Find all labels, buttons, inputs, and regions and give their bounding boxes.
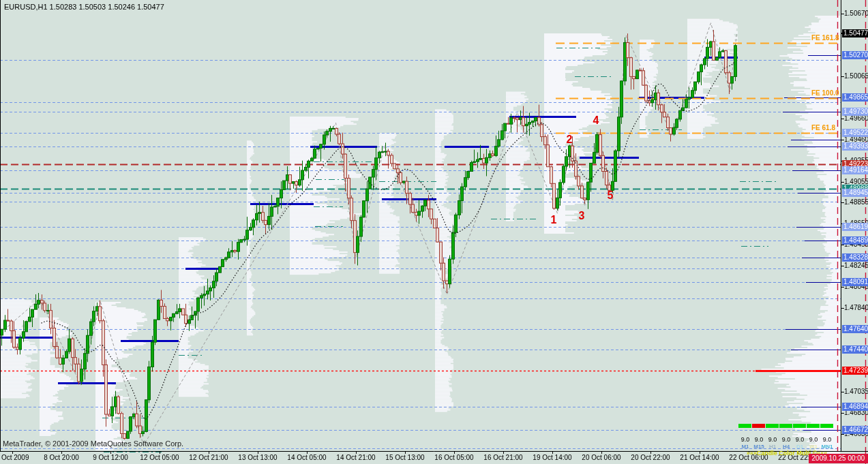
signal-value: 9.0	[779, 436, 793, 444]
timeframe-label-H4: H4	[779, 444, 793, 450]
signal-value: 9.0	[820, 436, 834, 444]
price-axis-tick-label: 1.48855	[844, 198, 868, 206]
watermark: MetaTrader, © 2001-2009 MetaQuotes Softw…	[3, 439, 183, 448]
price-level-label-1.49393: 1.49393	[842, 142, 868, 151]
fe-line-label: FE 61.8	[811, 124, 835, 132]
price-level-label-1.48091: 1.48091	[842, 278, 868, 286]
price-axis-tick-label: 1.50670	[844, 10, 868, 18]
signal-value: 9.0	[738, 436, 752, 444]
price-axis-tick-label: 1.49660	[844, 114, 868, 123]
timeframe-label-MN1: MN1	[820, 444, 834, 450]
timeframe-signal-values: 9.09.09.09.09.09.09.0	[738, 436, 835, 444]
time-axis-label: 20 Oct 22:00	[631, 454, 670, 461]
signal-value: 9.0	[766, 436, 779, 444]
time-axis-label: 20 Oct 06:00	[582, 454, 620, 461]
price-level-label-1.47440: 1.47440	[842, 345, 868, 354]
fe-line-label: FE 161.8	[811, 34, 839, 42]
time-axis-label: 16 Oct 05:00	[434, 454, 473, 461]
price-level-label-1.48328: 1.48328	[842, 253, 868, 262]
wave-number-label: 3	[579, 210, 585, 222]
time-axis-label: 9 Oct 12:00	[93, 454, 128, 461]
signal-box	[738, 424, 751, 428]
chart-title-ohlc: EURUSD,H1 1.50283 1.50503 1.50246 1.5047…	[4, 3, 164, 11]
signal-box	[779, 424, 792, 428]
candle-color-multi-panel: 9.09.09.09.09.09.09.0 M1M15H1H4D1W1MN1 »…	[738, 424, 835, 457]
price-level-label-1.48489: 1.48489	[842, 236, 868, 245]
time-axis-label: 19 Oct 14:00	[533, 454, 571, 461]
price-level-label-1.48945: 1.48945	[842, 189, 868, 197]
wave-number-label: 5	[608, 189, 614, 202]
time-axis-label: 21 Oct 14:00	[680, 454, 719, 461]
signal-box	[820, 424, 833, 428]
time-axis-label: 16 Oct 21:00	[483, 454, 522, 461]
timeframe-labels: M1M15H1H4D1W1MN1	[738, 444, 835, 450]
price-level-label-1.49730: 1.49730	[842, 108, 868, 116]
price-chart-canvas[interactable]	[0, 0, 868, 464]
price-level-label-1.50477: 1.50477	[842, 29, 868, 37]
price-level-label-1.49522: 1.49522	[842, 129, 868, 137]
signal-box	[766, 424, 779, 428]
fe-line-label: FE 100.0	[811, 89, 839, 97]
price-axis-tick-label: 1.47035	[844, 388, 868, 396]
time-axis-label: 12 Oct 05:00	[140, 454, 179, 461]
timeframe-label-M1: M1	[738, 444, 752, 450]
price-level-label-1.50270: 1.50270	[842, 51, 868, 59]
time-axis-label: 12 Oct 21:00	[189, 454, 228, 461]
price-level-label-1.49865: 1.49865	[842, 93, 868, 102]
timeframe-label-M15: M15	[752, 444, 766, 450]
time-axis-label: 8 Oct 2009	[0, 454, 29, 461]
price-level-label-1.46894: 1.46894	[842, 403, 868, 411]
signal-value: 9.0	[793, 436, 807, 444]
timeframe-label-W1: W1	[807, 444, 820, 450]
price-axis-tick-label: 1.47840	[844, 304, 868, 312]
timeframe-label-H1: H1	[766, 444, 779, 450]
time-axis-label: 13 Oct 13:00	[238, 454, 277, 461]
price-axis-tick-label: 1.48245	[844, 262, 868, 270]
time-axis-label: 14 Oct 05:00	[287, 454, 326, 461]
price-level-label-1.47239: 1.47239	[842, 367, 868, 375]
signal-box	[752, 424, 765, 428]
date-separator-label: 2009.10.25 00:00	[809, 454, 868, 463]
price-axis-tick-label: 1.50065	[844, 72, 868, 80]
wave-number-label: 2	[567, 134, 573, 146]
time-axis-label: 15 Oct 13:00	[385, 454, 424, 461]
price-level-label-1.46672: 1.46672	[842, 426, 868, 434]
time-axis-label: 8 Oct 20:00	[44, 454, 79, 461]
signal-box	[807, 424, 820, 428]
price-level-label-1.48619: 1.48619	[842, 223, 868, 231]
signal-value: 9.0	[807, 436, 820, 444]
wave-number-label: 1	[551, 214, 557, 226]
timeframe-label-D1: D1	[793, 444, 807, 450]
signal-value: 9.0	[752, 436, 766, 444]
time-axis-label: 14 Oct 21:00	[336, 454, 375, 461]
price-level-label-1.49164: 1.49164	[842, 166, 868, 174]
timeframe-signal-boxes	[738, 424, 835, 436]
price-level-label-1.47640: 1.47640	[842, 325, 868, 333]
mt4-chart-window: EURUSD,H1 1.50283 1.50503 1.50246 1.5047…	[0, 0, 868, 464]
signal-box	[793, 424, 806, 428]
wave-number-label: 4	[593, 114, 599, 127]
